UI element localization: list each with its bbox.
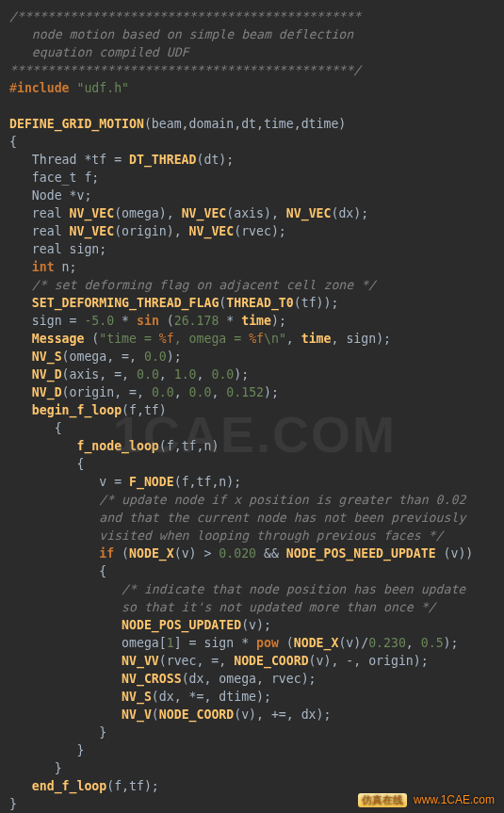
footer-url: www.1CAE.com	[414, 793, 495, 806]
code-block: /***************************************…	[0, 0, 504, 813]
footer-credit: 仿真在线 www.1CAE.com	[358, 793, 495, 807]
footer-cn-badge: 仿真在线	[358, 793, 407, 807]
